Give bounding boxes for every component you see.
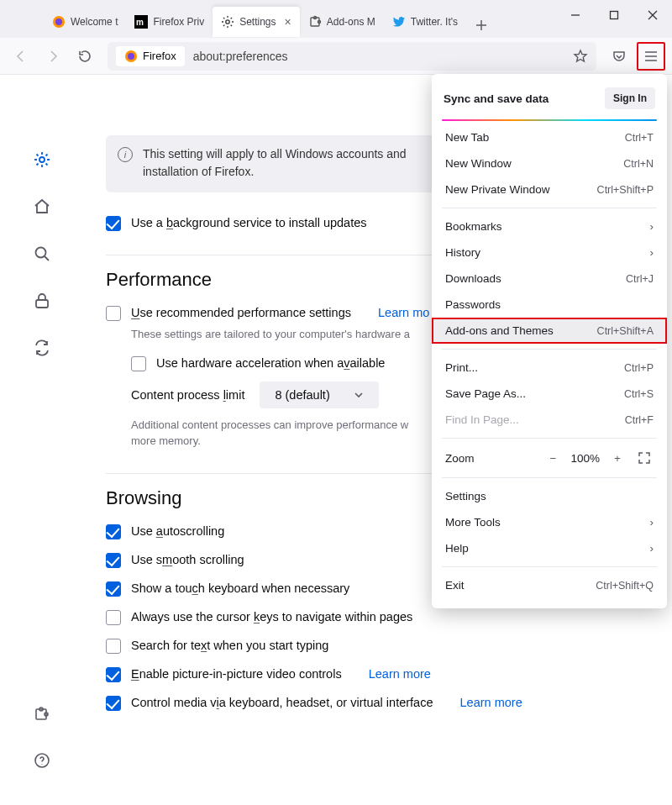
menu-zoom-row: Zoom − 100% + [432,444,667,472]
process-limit-select[interactable]: 8 (default) [260,381,378,408]
checkbox-bg-service[interactable] [106,216,121,231]
twitter-icon [392,15,406,29]
checkbox-touch-keyboard[interactable] [106,581,121,597]
checkbox-media-keys[interactable] [106,696,121,711]
checkbox-label: Search for text when you start typing [131,639,328,652]
menu-new-window[interactable]: New WindowCtrl+N [432,150,667,176]
minimize-button[interactable] [556,0,595,30]
close-icon[interactable]: × [285,15,291,29]
gear-icon [221,15,234,29]
svg-point-1 [55,18,62,25]
tab-welcome[interactable]: Welcome t [44,7,126,37]
reload-button[interactable] [71,42,99,71]
mozilla-icon: m [134,15,148,29]
tab-twitter[interactable]: Twitter. It's [384,7,466,37]
identity-box[interactable]: Firefox [116,46,185,66]
url-bar[interactable]: Firefox about:preferences [108,42,596,71]
menu-separator [442,208,657,208]
sidebar-help[interactable] [31,750,53,771]
menu-print[interactable]: Print...Ctrl+P [432,355,667,381]
fullscreen-button[interactable] [635,449,654,467]
learn-more-link[interactable]: Learn more [460,696,522,709]
tab-addons[interactable]: Add-ons M [300,7,384,37]
tab-label: Firefox Priv [153,16,204,28]
checkbox-recommended-perf[interactable] [106,306,121,321]
zoom-label: Zoom [445,452,535,465]
back-button[interactable] [7,42,35,71]
checkbox-smooth-scroll[interactable] [106,553,121,568]
menu-new-tab[interactable]: New TabCtrl+T [432,124,667,150]
svg-point-4 [226,20,229,24]
new-tab-button[interactable] [470,13,493,37]
menu-new-private[interactable]: New Private WindowCtrl+Shift+P [432,176,667,203]
checkbox-label: Use smooth scrolling [131,553,244,566]
svg-point-10 [128,53,134,60]
checkbox-label: Use hardware acceleration when available [156,356,385,370]
sidebar-extensions[interactable] [31,702,53,724]
svg-point-11 [39,157,45,162]
sidebar-sync[interactable] [31,337,53,359]
menu-separator [442,477,657,478]
sidebar-home[interactable] [31,196,53,218]
rainbow-divider [442,119,657,121]
checkbox-cursor-keys[interactable] [106,610,121,625]
app-menu: Sync and save data Sign In New TabCtrl+T… [432,74,667,608]
firefox-icon [124,50,138,63]
learn-more-link[interactable]: Learn more [369,667,431,681]
process-limit-label: Content process limit [131,388,244,402]
sidebar-search[interactable] [31,243,53,265]
tab-privacy[interactable]: m Firefox Priv [126,7,213,37]
forward-button[interactable] [39,42,67,71]
info-text-2: installation of Firefox. [143,165,254,178]
checkbox-label: Control media via keyboard, headset, or … [131,696,433,709]
menu-downloads[interactable]: DownloadsCtrl+J [432,266,667,292]
menu-separator [442,566,657,567]
info-icon: i [118,147,133,162]
checkbox-label: Use recommended performance settings [131,306,351,319]
checkbox-hw-accel[interactable] [131,356,146,371]
window-controls [556,0,672,30]
zoom-out-button[interactable]: − [543,449,562,467]
pocket-button[interactable] [605,42,633,71]
menu-help[interactable]: Help› [432,535,667,561]
checkbox-search-typing[interactable] [106,639,121,654]
menu-separator [442,438,657,439]
toolbar: Firefox about:preferences [0,38,672,75]
menu-history[interactable]: History› [432,239,667,266]
tab-settings[interactable]: Settings × [213,7,300,37]
zoom-value: 100% [570,452,600,465]
tab-label: Add-ons M [327,16,375,28]
tab-label: Twitter. It's [411,16,458,28]
menu-separator [442,349,657,350]
sign-in-button[interactable]: Sign In [605,87,655,109]
menu-find[interactable]: Find In Page...Ctrl+F [432,407,667,433]
menu-addons-themes[interactable]: Add-ons and ThemesCtrl+Shift+A [432,318,667,344]
select-value: 8 (default) [275,388,329,402]
tab-label: Welcome t [71,16,118,28]
menu-passwords[interactable]: Passwords [432,292,667,318]
menu-more-tools[interactable]: More Tools› [432,509,667,535]
learn-more-link[interactable]: Learn mo [378,306,429,319]
menu-bookmarks[interactable]: Bookmarks› [432,213,667,239]
svg-rect-8 [611,12,618,19]
app-menu-button[interactable] [637,42,665,71]
menu-settings[interactable]: Settings [432,483,667,509]
bookmark-icon[interactable] [573,49,588,64]
identity-label: Firefox [143,50,176,62]
menu-exit[interactable]: ExitCtrl+Shift+Q [432,572,667,598]
sidebar-privacy[interactable] [31,290,53,312]
checkbox-autoscroll[interactable] [106,524,121,539]
menu-save-page[interactable]: Save Page As...Ctrl+S [432,381,667,407]
checkbox-label: Always use the cursor keys to navigate w… [131,610,412,623]
titlebar: Welcome t m Firefox Priv Settings × Add-… [0,0,672,38]
svg-point-12 [36,248,46,258]
close-window-button[interactable] [633,0,672,30]
sidebar-general[interactable] [31,149,53,171]
chevron-right-icon: › [650,220,654,233]
svg-rect-13 [36,300,48,308]
checkbox-pip[interactable] [106,667,121,682]
settings-sidebar [0,75,84,805]
zoom-in-button[interactable]: + [608,449,627,467]
maximize-button[interactable] [595,0,633,30]
checkbox-label: Use a background service to install upda… [131,216,367,229]
